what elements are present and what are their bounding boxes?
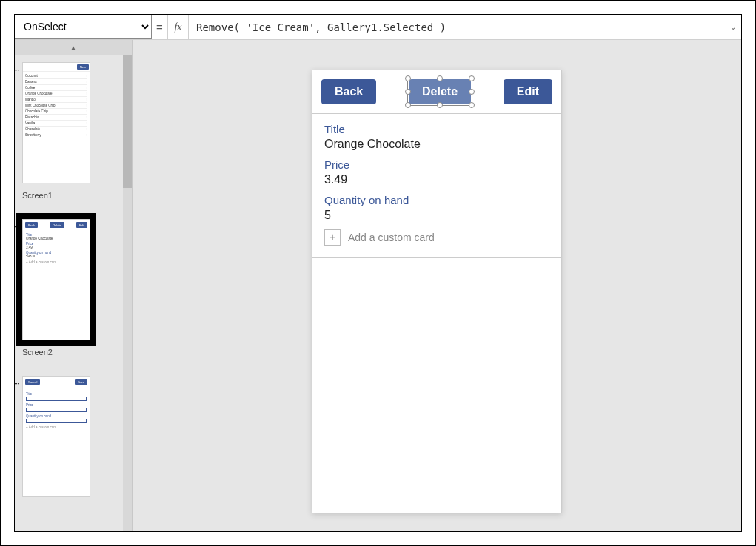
quantity-value: 5: [324, 209, 549, 222]
price-value: 3.49: [324, 173, 549, 186]
formula-expand-icon[interactable]: ⌄: [725, 15, 741, 39]
canvas-area: Back Delete: [133, 40, 741, 531]
list-item: Pistachio: [25, 115, 87, 121]
screen-label[interactable]: Screen2: [22, 348, 118, 357]
quantity-label: Quantity on hand: [324, 194, 549, 206]
list-item: Mango: [25, 97, 87, 103]
list-item: Mint Chocolate Chip: [25, 103, 87, 109]
delete-button[interactable]: Delete: [409, 79, 471, 104]
list-item: Orange Chocolate: [25, 91, 87, 97]
list-item: Chocolate: [25, 127, 87, 132]
screen-thumbnail-1[interactable]: New CoconutBananaCoffeeOrange ChocolateM…: [22, 62, 90, 183]
add-custom-card[interactable]: + Add a custom card: [324, 229, 549, 246]
screen-thumbnail-2[interactable]: Back Delete Edit Title Orange Chocolate …: [22, 219, 90, 340]
formula-bar: OnSelect = fx ⌄: [15, 15, 741, 40]
list-item: Strawberry: [25, 132, 87, 138]
resize-handle[interactable]: [469, 89, 475, 95]
add-card-label: Add a custom card: [348, 232, 435, 243]
resize-handle[interactable]: [469, 102, 475, 108]
title-value: Orange Chocolate: [324, 138, 549, 151]
app-canvas[interactable]: Back Delete: [312, 70, 562, 513]
resize-handle[interactable]: [405, 89, 411, 95]
edit-button[interactable]: Edit: [504, 79, 552, 104]
back-button[interactable]: Back: [321, 79, 376, 104]
screen-thumbnail-3[interactable]: Cancel Save Title Price: [22, 376, 90, 497]
list-item: Banana: [25, 79, 87, 85]
scroll-up-icon[interactable]: ▲: [15, 40, 132, 55]
screen-menu-icon[interactable]: ···: [15, 65, 19, 74]
scrollbar-thumb[interactable]: [123, 55, 132, 188]
new-button: New: [77, 64, 89, 70]
scrollbar[interactable]: [123, 55, 132, 531]
list-item: Coconut: [25, 73, 87, 79]
resize-handle[interactable]: [437, 75, 443, 81]
price-label: Price: [324, 158, 549, 171]
property-selector[interactable]: OnSelect: [15, 15, 152, 39]
resize-handle[interactable]: [469, 75, 475, 81]
detail-form[interactable]: Title Orange Chocolate Price 3.49 Quanti…: [312, 113, 561, 258]
list-item: Chocolate Chip: [25, 109, 87, 115]
resize-handle[interactable]: [405, 75, 411, 81]
equals-sign: =: [152, 15, 168, 39]
title-label: Title: [324, 123, 549, 135]
list-item: Coffee: [25, 85, 87, 91]
screen-menu-icon[interactable]: ···: [15, 379, 19, 388]
screens-panel: ▲ ··· New CoconutBananaCoffeeOrange Choc…: [15, 40, 133, 531]
fx-icon[interactable]: fx: [168, 15, 189, 39]
formula-input[interactable]: [189, 15, 725, 39]
plus-icon: +: [324, 229, 341, 246]
resize-handle[interactable]: [437, 102, 443, 108]
list-item: Vanilla: [25, 121, 87, 127]
resize-handle[interactable]: [405, 102, 411, 108]
screen-menu-icon[interactable]: ···: [15, 222, 19, 231]
screen-label[interactable]: Screen1: [22, 191, 118, 200]
